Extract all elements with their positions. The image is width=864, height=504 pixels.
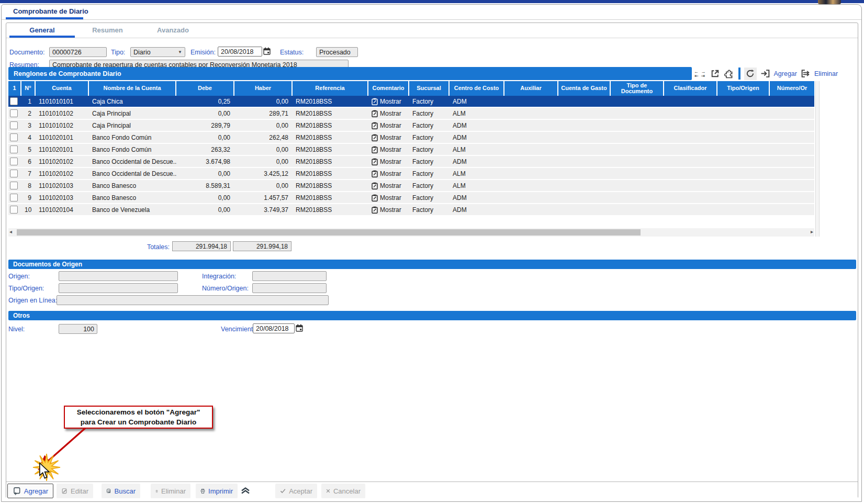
column-header-nombre-de-la-cuenta[interactable]: Nombre de la Cuenta xyxy=(89,81,176,96)
row-checkbox[interactable] xyxy=(10,133,18,141)
table-row-3[interactable]: 31101010102Caja Principal289,790,00RM201… xyxy=(8,120,814,132)
fit-columns-icon[interactable]: ← →⇤ ⇥ xyxy=(694,70,706,78)
table-row-5[interactable]: 51101020101Banco Fondo Común263,320,00RM… xyxy=(8,144,814,156)
column-header-cuenta[interactable]: Cuenta xyxy=(36,81,89,96)
plugin-puzzle-icon[interactable] xyxy=(724,69,735,79)
remove-row-icon[interactable] xyxy=(801,69,811,78)
row-checkbox[interactable] xyxy=(10,97,18,105)
aceptar-button[interactable]: Aceptar xyxy=(275,484,317,498)
row-checkbox[interactable] xyxy=(10,206,18,214)
row-checkbox[interactable] xyxy=(10,170,18,177)
column-header-auxiliar[interactable]: Auxiliar xyxy=(504,81,558,96)
tab-avanzado[interactable]: Avanzado xyxy=(140,26,206,34)
origen-linea-field[interactable] xyxy=(57,295,329,305)
grid-body: 11101010101Caja Chica0,250,00RM2018BSSMo… xyxy=(8,96,814,216)
column-header-referencia[interactable]: Referencia xyxy=(293,81,368,96)
nivel-field[interactable]: 100 xyxy=(59,324,97,334)
agregar-button[interactable]: Agregar xyxy=(7,484,53,498)
tipo-origen-field[interactable] xyxy=(59,283,178,293)
row-checkbox[interactable] xyxy=(10,158,18,165)
add-row-icon[interactable] xyxy=(760,69,770,78)
imprimir-button[interactable]: Imprimir xyxy=(196,484,238,498)
cell: ALM xyxy=(450,110,504,117)
table-row-2[interactable]: 21101010102Caja Principal0,00289,71RM201… xyxy=(8,108,814,120)
tab-resumen[interactable]: Resumen xyxy=(75,26,140,34)
horizontal-scrollbar[interactable]: ◂ ▸ xyxy=(8,228,814,237)
comentario-mostrar-link[interactable]: Mostrar xyxy=(368,194,409,201)
editar-button[interactable]: Editar xyxy=(57,484,93,498)
comentario-mostrar-link[interactable]: Mostrar xyxy=(368,110,409,117)
column-header-1[interactable]: 1 xyxy=(8,81,21,96)
grid-agregar-button[interactable]: Agregar xyxy=(774,70,797,77)
tipo-dropdown[interactable]: Diario ▼ xyxy=(130,47,185,57)
cell: 289,79 xyxy=(176,122,234,129)
documento-field[interactable]: 00000726 xyxy=(49,47,107,57)
column-header-haber[interactable]: Haber xyxy=(234,81,293,96)
search-icon xyxy=(106,486,111,496)
table-row-6[interactable]: 61101020102Banco Occidental de Descue...… xyxy=(8,156,814,168)
cancelar-button[interactable]: Cancelar xyxy=(321,484,365,498)
cell: 0,00 xyxy=(234,98,293,105)
calendar-icon[interactable] xyxy=(263,47,271,55)
column-header-comentario[interactable]: Comentario xyxy=(368,81,409,96)
table-row-10[interactable]: 101101020104Banco de Venezuela0,003.749,… xyxy=(8,204,814,216)
origen-field[interactable] xyxy=(59,271,178,281)
numero-origen-field[interactable] xyxy=(252,283,327,293)
grid-eliminar-button[interactable]: Eliminar xyxy=(814,70,838,77)
buscar-button-label: Buscar xyxy=(115,487,136,495)
checkbox-cell xyxy=(8,109,21,117)
window-tab-comprobante[interactable]: Comprobante de Diario xyxy=(13,7,88,15)
column-header-tipo-de-documento[interactable]: Tipo de Documento xyxy=(611,81,664,96)
row-checkbox[interactable] xyxy=(10,194,18,201)
row-checkbox[interactable] xyxy=(10,182,18,189)
grid-column-headers: 1N°CuentaNombre de la CuentaDebeHaberRef… xyxy=(8,81,814,96)
buscar-button[interactable]: Buscar xyxy=(102,484,140,498)
table-row-8[interactable]: 81101020103Banco Banesco8.589,310,00RM20… xyxy=(8,180,814,192)
eliminar-button[interactable]: Eliminar xyxy=(151,484,190,498)
comentario-mostrar-link[interactable]: Mostrar xyxy=(368,146,409,153)
cell: 0,00 xyxy=(176,194,234,201)
row-checkbox[interactable] xyxy=(10,109,18,117)
comentario-mostrar-link[interactable]: Mostrar xyxy=(368,134,409,141)
row-checkbox[interactable] xyxy=(10,145,18,153)
table-row-9[interactable]: 91101020103Banco Banesco0,001.457,57RM20… xyxy=(8,192,814,204)
column-header-clasificador[interactable]: Clasificador xyxy=(664,81,717,96)
comentario-mostrar-link[interactable]: Mostrar xyxy=(368,206,409,214)
column-header-debe[interactable]: Debe xyxy=(176,81,234,96)
scrollbar-thumb[interactable] xyxy=(17,229,641,236)
row-checkbox[interactable] xyxy=(10,121,18,129)
cell: RM2018BSS xyxy=(293,206,368,214)
comentario-mostrar-link[interactable]: Mostrar xyxy=(368,170,409,177)
column-header-n°[interactable]: N° xyxy=(21,81,36,96)
cell: 1101020104 xyxy=(36,206,89,214)
emision-date-field[interactable]: 20/08/2018 xyxy=(218,47,262,57)
column-header-sucursal[interactable]: Sucursal xyxy=(409,81,450,96)
table-row-4[interactable]: 41101020101Banco Fondo Común0,00262,48RM… xyxy=(8,132,814,144)
tab-general[interactable]: General xyxy=(9,26,75,34)
avatar[interactable] xyxy=(818,0,841,4)
clipboard-icon xyxy=(372,146,378,153)
column-header-cuenta-de-gasto[interactable]: Cuenta de Gasto xyxy=(558,81,611,96)
column-header-tipo-origen[interactable]: Tipo/Origen xyxy=(717,81,770,96)
open-external-icon[interactable] xyxy=(710,69,720,79)
cell: ALM xyxy=(450,182,504,189)
scroll-right-icon[interactable]: ▸ xyxy=(811,229,813,234)
column-header-centro-de-costo[interactable]: Centro de Costo xyxy=(450,81,504,96)
scroll-left-icon[interactable]: ◂ xyxy=(9,229,12,234)
vertical-scrollbar-track[interactable] xyxy=(815,81,820,237)
integracion-field[interactable] xyxy=(252,271,327,281)
collapse-toolbar-icon[interactable] xyxy=(240,486,251,495)
comentario-mostrar-link[interactable]: Mostrar xyxy=(368,98,409,105)
comentario-mostrar-link[interactable]: Mostrar xyxy=(368,122,409,129)
comentario-mostrar-link[interactable]: Mostrar xyxy=(368,158,409,165)
table-row-7[interactable]: 71101020102Banco Occidental de Descue...… xyxy=(8,168,814,180)
column-header-n-mero-or[interactable]: Número/Or xyxy=(770,81,814,96)
table-row-1[interactable]: 11101010101Caja Chica0,250,00RM2018BSSMo… xyxy=(8,96,814,108)
chevron-down-icon: ▼ xyxy=(178,50,182,54)
cell: 0,00 xyxy=(234,146,293,153)
calendar-icon[interactable] xyxy=(296,324,303,332)
refresh-icon[interactable] xyxy=(744,68,757,80)
comentario-mostrar-link[interactable]: Mostrar xyxy=(368,182,409,189)
total-haber-field: 291.994,18 xyxy=(233,241,291,251)
vencimiento-date-field[interactable]: 20/08/2018 xyxy=(253,323,295,333)
